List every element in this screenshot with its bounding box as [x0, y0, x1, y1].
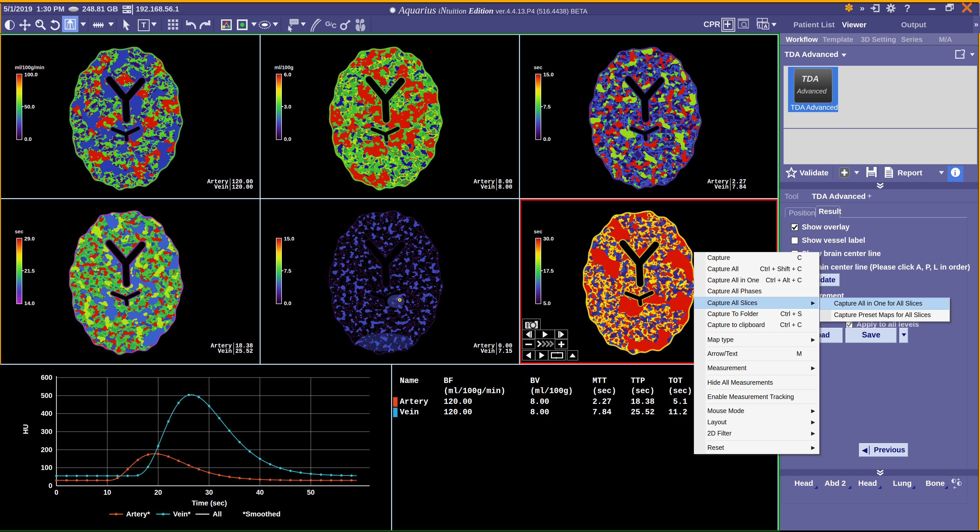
svg-text:30: 30: [205, 489, 213, 496]
svg-text:50: 50: [307, 489, 315, 496]
svg-text:300: 300: [41, 428, 52, 435]
svg-text:400: 400: [41, 410, 52, 417]
svg-text:All: All: [213, 510, 222, 518]
svg-text:40: 40: [256, 489, 264, 496]
svg-text:10: 10: [103, 489, 111, 496]
svg-text:0: 0: [54, 489, 58, 496]
svg-text:Time (sec): Time (sec): [192, 499, 227, 507]
svg-text:0: 0: [48, 482, 52, 490]
svg-text:A: A: [764, 24, 767, 29]
svg-text:*Smoothed: *Smoothed: [243, 510, 280, 518]
svg-text:200: 200: [41, 446, 52, 454]
svg-text:i: i: [759, 23, 760, 28]
svg-text:100: 100: [41, 464, 52, 471]
svg-text:Vein*: Vein*: [173, 510, 191, 518]
svg-text:HU: HU: [22, 424, 30, 434]
svg-text:Artery*: Artery*: [126, 510, 150, 518]
svg-text:20: 20: [154, 489, 162, 496]
svg-text:500: 500: [41, 392, 52, 400]
svg-text:600: 600: [41, 374, 52, 381]
